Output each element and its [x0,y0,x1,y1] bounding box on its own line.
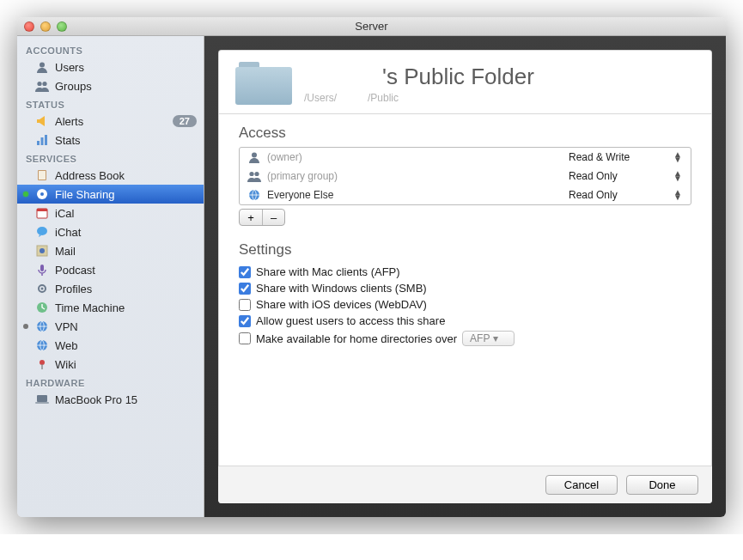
mic-icon [34,263,50,277]
titlebar: Server [17,17,726,36]
svg-rect-7 [39,171,46,180]
sidebar-item-profiles[interactable]: Profiles [17,279,204,298]
setting-label: Make available for home directories over [256,332,457,345]
globep-icon [34,320,50,333]
sidebar-item-addressbook[interactable]: Address Book [17,166,204,185]
access-name: (owner) [262,151,569,163]
svg-point-17 [41,288,44,290]
bars-icon [34,133,50,147]
folder-icon [235,62,292,105]
remove-button[interactable]: – [262,210,284,225]
setting-smb[interactable]: Share with Windows clients (SMB) [239,280,691,296]
sidebar-item-groups[interactable]: Groups [17,76,204,95]
access-row[interactable]: Everyone ElseRead Only▲▼ [240,186,691,204]
permission-stepper[interactable]: ▲▼ [672,152,684,162]
sidebar-item-label: VPN [55,320,197,333]
person-icon [247,151,262,163]
status-dot [23,324,28,329]
sidebar-item-vpn[interactable]: VPN [17,317,204,336]
svg-point-26 [249,172,253,176]
sidebar-item-label: Time Machine [55,301,197,314]
sidebar-item-label: File Sharing [55,188,197,201]
access-heading: Access [239,125,691,142]
cancel-button[interactable]: Cancel [545,475,618,495]
sidebar-item-mail[interactable]: Mail [17,241,204,260]
setting-guest[interactable]: Allow guest users to access this share [239,313,691,329]
sidebar-item-web[interactable]: Web [17,336,204,355]
sidebar-item-stats[interactable]: Stats [17,131,204,149]
window-title: Server [17,20,726,33]
setting-afp[interactable]: Share with Mac clients (AFP) [239,264,691,280]
setting-homes[interactable]: Make available for home directories over… [239,329,691,348]
svg-point-25 [252,153,257,158]
sidebar-item-wiki[interactable]: Wiki [17,355,204,374]
sidebar-section-status: STATUS [17,95,204,112]
sidebar-item-label: MacBook Pro 15 [55,393,197,406]
sidebar-item-label: Alerts [55,115,173,128]
sidebar-item-label: Groups [55,80,197,93]
access-name: (primary group) [262,170,569,182]
share-path: /Users/xxxxxx/Public [304,92,534,104]
server-window: Server ACCOUNTSUsersGroupsSTATUSAlerts27… [17,17,726,517]
permission-stepper[interactable]: ▲▼ [672,171,684,181]
sidebar-item-label: Web [55,339,197,352]
book-icon [34,168,50,182]
status-dot [23,192,28,197]
sidebar-item-timemachine[interactable]: Time Machine [17,298,204,317]
sidebar-item-podcast[interactable]: Podcast [17,260,204,279]
access-row[interactable]: (owner)Read & Write▲▼ [240,148,691,167]
svg-rect-4 [41,137,44,145]
sidebar-section-accounts: ACCOUNTS [17,41,204,58]
setting-webdav[interactable]: Share with iOS devices (WebDAV) [239,296,691,313]
sidebar-item-label: Users [55,61,197,74]
permission-stepper[interactable]: ▲▼ [672,190,684,200]
add-button[interactable]: + [240,210,262,225]
access-permission[interactable]: Read Only [569,170,672,182]
setting-checkbox-afp[interactable] [239,266,251,278]
svg-point-9 [40,192,44,196]
svg-point-14 [40,248,45,253]
svg-rect-5 [45,135,47,145]
svg-rect-22 [41,364,42,369]
sidebar-item-users[interactable]: Users [17,58,204,76]
cal-icon [34,206,50,220]
home-protocol-select[interactable]: AFP ▾ [462,331,514,346]
people-icon [34,79,50,93]
setting-label: Allow guest users to access this share [256,314,445,327]
sidebar-item-label: Mail [55,245,197,258]
done-button[interactable]: Done [626,475,698,495]
setting-label: Share with Mac clients (AFP) [256,265,400,278]
svg-rect-15 [40,265,44,271]
gears-icon [34,282,50,295]
access-row[interactable]: (primary group)Read Only▲▼ [240,167,691,186]
setting-checkbox-guest[interactable] [239,315,251,327]
sidebar-item-mbp15[interactable]: MacBook Pro 15 [17,390,204,409]
sidebar-item-ichat[interactable]: iChat [17,222,204,241]
sidebar-item-label: Profiles [55,283,197,295]
laptop-icon [34,393,50,406]
sidebar-item-label: iCal [55,207,197,220]
access-name: Everyone Else [262,189,569,201]
svg-rect-23 [37,395,47,402]
alerts-badge: 27 [173,115,197,127]
sidebar-section-hardware: HARDWARE [17,374,204,390]
settings-heading: Settings [239,241,691,259]
sidebar-section-services: SERVICES [17,149,204,166]
sidebar-item-filesharing[interactable]: File Sharing [17,185,204,204]
sidebar-item-ical[interactable]: iCal [17,204,204,222]
setting-checkbox-webdav[interactable] [239,299,251,311]
access-permission[interactable]: Read Only [569,189,672,201]
access-list: (owner)Read & Write▲▼(primary group)Read… [239,147,691,205]
globe-icon [247,189,262,201]
setting-label: Share with iOS devices (WebDAV) [256,298,427,311]
access-permission[interactable]: Read & Write [569,151,672,163]
svg-point-0 [40,63,45,68]
svg-rect-24 [35,402,49,404]
clock-icon [34,301,50,314]
sidebar-item-alerts[interactable]: Alerts27 [17,112,204,131]
setting-checkbox-homes[interactable] [239,332,251,344]
sidebar: ACCOUNTSUsersGroupsSTATUSAlerts27StatsSE… [17,36,204,517]
sidebar-item-label: Podcast [55,264,197,277]
add-remove-group: + – [239,209,285,226]
setting-checkbox-smb[interactable] [239,283,251,295]
